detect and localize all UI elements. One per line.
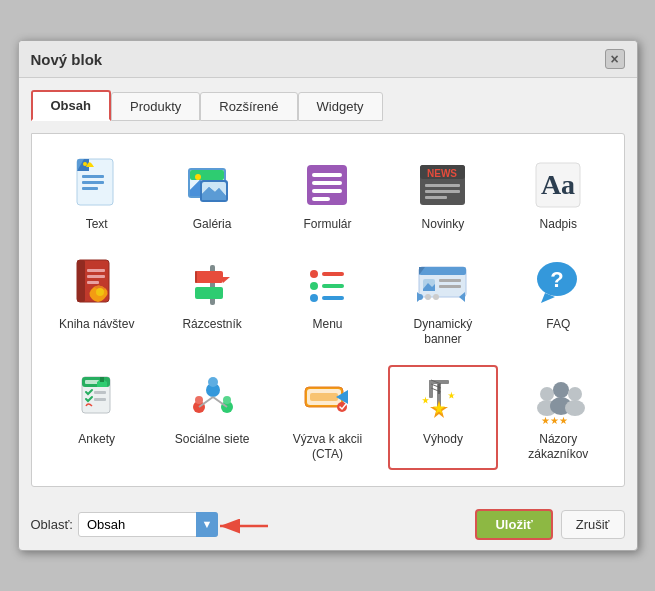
svg-rect-46 <box>419 267 466 275</box>
icon-nazory-zakaznikov[interactable]: ★★★ Názory zákazníkov <box>503 365 613 470</box>
formular-icon-svg <box>300 157 355 212</box>
icon-razcestnik[interactable]: Rázcestník <box>157 250 267 355</box>
svg-point-39 <box>310 270 318 278</box>
svg-rect-3 <box>82 181 104 184</box>
tab-bar: Obsah Produkty Rozšírené Widgety <box>31 90 625 121</box>
kniha-navstev-icon-svg <box>69 257 124 312</box>
svg-text:★★★: ★★★ <box>541 415 568 426</box>
svg-rect-30 <box>87 275 105 278</box>
formular-label: Formulár <box>303 217 351 233</box>
svg-marker-86 <box>448 391 455 398</box>
kniha-navstev-label: Kniha návštev <box>59 317 134 333</box>
vyzva-k-akcii-icon-svg <box>300 372 355 427</box>
svg-rect-29 <box>87 269 105 272</box>
svg-rect-15 <box>312 173 342 177</box>
icon-galeria[interactable]: Galéria <box>157 150 267 240</box>
socialne-siete-icon-svg <box>185 372 240 427</box>
cancel-button[interactable]: Zrušiť <box>561 510 625 539</box>
icon-socialne-siete[interactable]: Sociálne siete <box>157 365 267 470</box>
socialne-siete-label: Sociálne siete <box>175 432 250 448</box>
icon-novinky[interactable]: NEWS Novinky <box>388 150 498 240</box>
icon-menu[interactable]: Menu <box>272 250 382 355</box>
svg-rect-63 <box>94 398 106 401</box>
tab-rozsirene[interactable]: Rozšírené <box>200 92 297 121</box>
svg-rect-2 <box>82 175 104 178</box>
nadpis-label: Nadpis <box>540 217 577 233</box>
svg-rect-62 <box>94 391 106 394</box>
galeria-icon-svg <box>185 157 240 212</box>
svg-point-65 <box>208 377 218 387</box>
dialog-footer: Oblasť: Obsah ▼ Uložiť Zrušiť <box>19 499 637 550</box>
area-select-wrapper[interactable]: Obsah ▼ <box>78 512 218 537</box>
ankety-icon-svg <box>69 372 124 427</box>
nadpis-icon-svg: Aa <box>531 157 586 212</box>
icon-faq[interactable]: ? FAQ <box>503 250 613 355</box>
svg-rect-17 <box>312 189 342 193</box>
close-button[interactable]: × <box>605 49 625 69</box>
nazory-zakaznikov-label: Názory zákazníkov <box>510 432 606 463</box>
svg-rect-28 <box>77 260 85 302</box>
svg-marker-35 <box>223 277 230 283</box>
dialog-title: Nový blok <box>31 51 103 68</box>
area-label: Oblasť: <box>31 517 73 532</box>
svg-rect-22 <box>425 184 460 187</box>
svg-rect-16 <box>312 181 342 185</box>
svg-rect-61 <box>85 380 99 384</box>
svg-rect-74 <box>310 393 338 401</box>
dialog-header: Nový blok × <box>19 41 637 78</box>
novinky-label: Novinky <box>422 217 465 233</box>
svg-rect-34 <box>195 271 223 283</box>
save-button[interactable]: Uložiť <box>475 509 552 540</box>
razcestnik-label: Rázcestník <box>182 317 241 333</box>
icon-vyzva-k-akcii[interactable]: Výzva k akcii (CTA) <box>272 365 382 470</box>
dynamicky-banner-label: Dynamický banner <box>395 317 491 348</box>
content-area: Text <box>31 133 625 487</box>
svg-point-41 <box>310 282 318 290</box>
svg-point-92 <box>565 400 585 416</box>
svg-point-91 <box>568 387 582 401</box>
icon-vyhody[interactable]: Výhody <box>388 365 498 470</box>
text-label: Text <box>86 217 108 233</box>
svg-point-52 <box>425 294 431 300</box>
tab-produkty[interactable]: Produkty <box>111 92 200 121</box>
svg-point-10 <box>195 174 201 180</box>
icon-nadpis[interactable]: Aa Nadpis <box>503 150 613 240</box>
dialog-body: Obsah Produkty Rozšírené Widgety <box>19 78 637 499</box>
svg-rect-42 <box>322 284 344 288</box>
svg-text:NEWS: NEWS <box>427 168 457 179</box>
tab-obsah[interactable]: Obsah <box>31 90 111 121</box>
svg-text:Aa: Aa <box>541 169 575 200</box>
svg-rect-40 <box>322 272 344 276</box>
vyhody-icon-svg <box>415 372 470 427</box>
icons-grid: Text <box>42 150 614 470</box>
icon-dynamicky-banner[interactable]: Dynamický banner <box>388 250 498 355</box>
svg-point-32 <box>96 288 104 296</box>
razcestnik-icon-svg <box>185 257 240 312</box>
novinky-icon-svg: NEWS <box>415 157 470 212</box>
svg-rect-24 <box>425 196 447 199</box>
vyhody-label: Výhody <box>423 432 463 448</box>
icon-ankety[interactable]: Ankety <box>42 365 152 470</box>
nazory-zakaznikov-icon-svg: ★★★ <box>531 372 586 427</box>
area-select[interactable]: Obsah <box>78 512 218 537</box>
text-icon-svg <box>69 157 124 212</box>
svg-marker-85 <box>422 396 429 403</box>
svg-rect-38 <box>195 271 197 283</box>
menu-label: Menu <box>312 317 342 333</box>
svg-point-87 <box>540 387 554 401</box>
svg-rect-50 <box>439 285 461 288</box>
icon-formular[interactable]: Formulár <box>272 150 382 240</box>
svg-rect-23 <box>425 190 460 193</box>
svg-point-43 <box>310 294 318 302</box>
faq-icon-svg: ? <box>531 257 586 312</box>
icon-kniha-navstev[interactable]: Kniha návštev <box>42 250 152 355</box>
svg-point-89 <box>553 382 569 398</box>
icon-text[interactable]: Text <box>42 150 152 240</box>
svg-rect-49 <box>439 279 461 282</box>
svg-point-67 <box>195 396 203 404</box>
svg-point-5 <box>83 162 87 166</box>
svg-rect-31 <box>87 281 99 284</box>
svg-rect-44 <box>322 296 344 300</box>
dynamicky-banner-icon-svg <box>415 257 470 312</box>
tab-widgety[interactable]: Widgety <box>298 92 383 121</box>
